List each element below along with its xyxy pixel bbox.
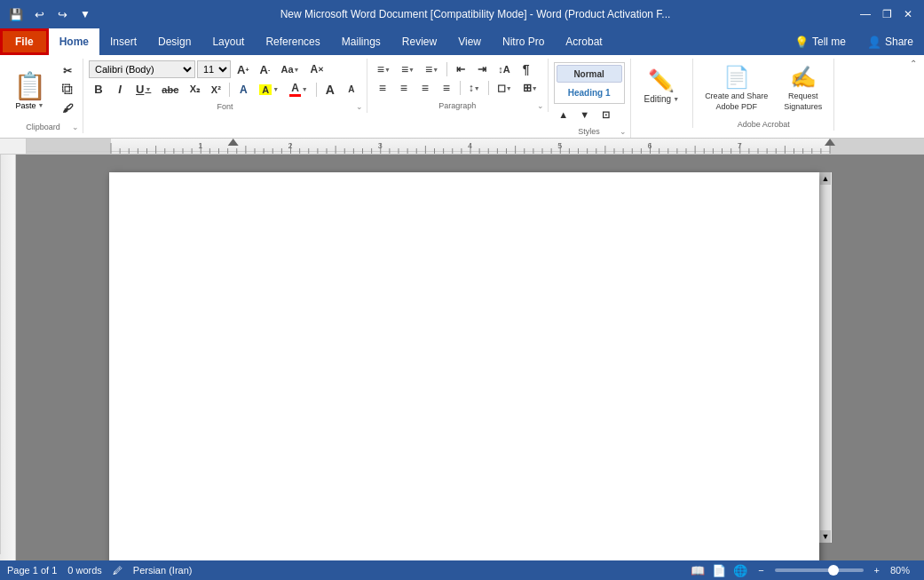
font-name-select[interactable]: Calibri (Body) [89, 60, 195, 78]
heading1-style-btn[interactable]: Heading 1 [557, 83, 622, 101]
align-right-btn[interactable]: ≡ [415, 79, 435, 97]
font-color-btn[interactable]: A ▼ [285, 80, 312, 99]
font-size-select[interactable]: 11 [197, 60, 231, 78]
scroll-down-btn[interactable]: ▼ [820, 530, 831, 543]
tab-mailings[interactable]: Mailings [331, 28, 391, 55]
minimize-btn[interactable]: — [857, 5, 874, 23]
font-grow-btn[interactable]: A+ [233, 60, 253, 78]
svg-text:1: 1 [198, 141, 202, 150]
font-expand-btn[interactable]: ⌄ [356, 102, 363, 111]
bold-btn[interactable]: B [89, 81, 108, 99]
ribbon-group-clipboard: 📋 Paste ▼ ✂ ⿻ 🖌 Clipboard ⌄ [4, 59, 83, 133]
font-size-large-btn[interactable]: A [320, 81, 340, 99]
ruler-area: // Will be drawn via JS below 1234567 [0, 139, 924, 155]
ruler-horizontal: // Will be drawn via JS below 1234567 [27, 139, 924, 155]
borders-btn[interactable]: ⊞▼ [518, 79, 542, 97]
web-layout-btn[interactable]: 🌐 [733, 564, 747, 577]
language-indicator[interactable]: Persian (Iran) [133, 565, 193, 576]
vertical-scrollbar[interactable]: ▲ ▼ [819, 172, 832, 543]
separator2 [316, 83, 317, 97]
shading-btn[interactable]: ◻▼ [493, 79, 517, 97]
increase-indent-btn[interactable]: ⇥ [472, 60, 492, 78]
clear-format-btn[interactable]: A✕ [305, 60, 328, 78]
tab-layout[interactable]: Layout [201, 28, 255, 55]
font-size-small-btn[interactable]: A [342, 81, 361, 99]
line-spacing-btn[interactable]: ↕▼ [464, 79, 485, 97]
superscript-btn[interactable]: X² [206, 81, 225, 99]
title-bar-controls: — ❐ ✕ [857, 5, 917, 23]
tab-view[interactable]: View [447, 28, 492, 55]
editing-btn[interactable]: ✏️ Editing ▼ [638, 60, 686, 114]
highlight-dropdown-arrow: ▼ [272, 86, 279, 92]
cut-btn[interactable]: ✂ [58, 62, 77, 80]
tab-references[interactable]: References [255, 28, 330, 55]
tab-home[interactable]: Home [49, 28, 99, 55]
tab-nitropro[interactable]: Nitro Pro [492, 28, 555, 55]
multilevel-list-btn[interactable]: ≡▼ [421, 60, 443, 78]
normal-style-btn[interactable]: Normal [557, 65, 622, 83]
tab-acrobat[interactable]: Acrobat [555, 28, 612, 55]
tab-file[interactable]: File [0, 28, 49, 55]
restore-btn[interactable]: ❐ [878, 5, 896, 23]
zoom-in-btn[interactable]: + [871, 565, 883, 576]
copy-btn[interactable]: ⿻ [58, 81, 77, 99]
edit-mode-icon[interactable]: 🖉 [113, 565, 122, 576]
share-btn[interactable]: 👤 Share [857, 28, 924, 55]
tell-me-btn[interactable]: 💡 Tell me [784, 28, 857, 55]
redo-icon[interactable]: ↪ [53, 5, 71, 23]
ruler-vertical [0, 155, 16, 560]
paste-btn[interactable]: 📋 Paste ▼ [5, 60, 54, 119]
status-bar: Page 1 of 1 0 words 🖉 Persian (Iran) 📖 📄… [0, 560, 924, 580]
font-group-label: Font [83, 102, 367, 111]
read-mode-btn[interactable]: 📖 [691, 564, 705, 577]
font-shrink-btn[interactable]: A- [255, 60, 274, 78]
close-btn[interactable]: ✕ [899, 5, 917, 23]
svg-marker-91 [228, 139, 239, 146]
bullets-btn[interactable]: ≡▼ [373, 60, 395, 78]
decrease-indent-btn[interactable]: ⇤ [451, 60, 470, 78]
zoom-out-btn[interactable]: − [754, 565, 767, 576]
tab-insert[interactable]: Insert [99, 28, 147, 55]
zoom-level[interactable]: 80% [890, 565, 917, 576]
document-page[interactable] [109, 172, 819, 560]
paste-icon: 📋 [13, 70, 46, 101]
align-center-btn[interactable]: ≡ [394, 79, 414, 97]
align-left-btn[interactable]: ≡ [373, 79, 392, 97]
strikethrough-btn[interactable]: abc [157, 81, 183, 99]
styles-expand-btn[interactable]: ⌄ [620, 127, 627, 136]
customize-quick-access-btn[interactable]: ▼ [76, 5, 94, 23]
save-icon[interactable]: 💾 [7, 5, 25, 23]
sort-btn[interactable]: ↕A [494, 60, 514, 78]
print-layout-btn[interactable]: 📄 [712, 564, 726, 577]
tab-review[interactable]: Review [391, 28, 447, 55]
ribbon-collapse-btn[interactable]: ⌃ [906, 57, 920, 70]
request-signatures-btn[interactable]: ✍️ RequestSignatures [778, 60, 828, 116]
tab-design[interactable]: Design [147, 28, 201, 55]
zoom-thumb [828, 565, 839, 576]
numbering-btn[interactable]: ≡▼ [397, 60, 419, 78]
show-marks-btn[interactable]: ¶ [517, 60, 536, 78]
underline-btn[interactable]: U ▼ [131, 81, 155, 99]
font-row1: Calibri (Body) 11 A+ A- Aa▼ A✕ [89, 60, 361, 78]
styles-expand[interactable]: ⊡ [596, 106, 616, 123]
zoom-slider[interactable] [775, 568, 864, 572]
styles-scroll-down[interactable]: ▼ [575, 106, 595, 123]
styles-scroll-up[interactable]: ▲ [554, 106, 573, 123]
justify-btn[interactable]: ≡ [437, 79, 456, 97]
document-area[interactable]: ▲ ▼ [16, 155, 924, 560]
clipboard-expand-btn[interactable]: ⌄ [72, 123, 79, 131]
undo-icon[interactable]: ↩ [30, 5, 48, 23]
paragraph-expand-btn[interactable]: ⌄ [537, 101, 544, 110]
svg-text:5: 5 [557, 141, 562, 150]
svg-text:6: 6 [648, 141, 652, 150]
subscript-btn[interactable]: X₂ [185, 81, 204, 99]
scroll-up-btn[interactable]: ▲ [820, 172, 831, 185]
format-painter-btn[interactable]: 🖌 [58, 99, 77, 117]
create-share-pdf-btn[interactable]: 📄 Create and ShareAdobe PDF [699, 60, 774, 116]
italic-btn[interactable]: I [110, 81, 130, 99]
highlight-color-btn[interactable]: A ▼ [255, 81, 283, 99]
change-case-btn[interactable]: Aa▼ [276, 60, 304, 78]
page-info: Page 1 of 1 [7, 565, 57, 576]
adobe-group-label: Adobe Acrobat [693, 120, 833, 129]
text-effects-btn[interactable]: A [233, 81, 253, 99]
